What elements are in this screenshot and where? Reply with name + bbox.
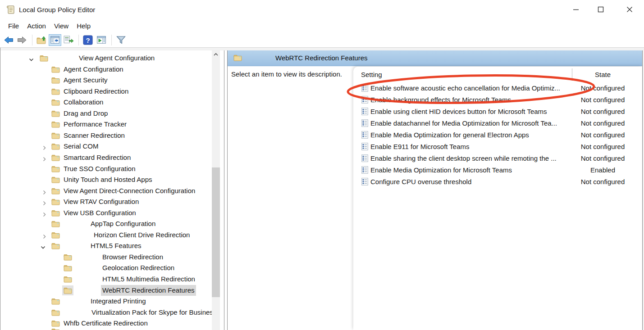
up-one-level-icon: [37, 36, 46, 44]
tree-item-label: View Agent Direct-Connection Configurati…: [62, 185, 196, 197]
help-button[interactable]: ?: [82, 34, 94, 46]
tree-item-label: Clipboard Redirection: [62, 86, 130, 97]
tree-item-html5-multimedia-redirection[interactable]: HTML5 Multimedia Redirection: [0, 274, 212, 285]
scrollbar-thumb[interactable]: [212, 167, 220, 297]
setting-name: Enable Media Optimization for general El…: [370, 129, 529, 141]
setting-row-configure-cpu-overuse-threshold[interactable]: Configure CPU overuse thresholdNot confi…: [353, 176, 642, 188]
tree-item-label: Smartcard Redirection: [62, 152, 132, 163]
folder-icon: [64, 276, 72, 283]
setting-name: Enable software acoustic echo cancellati…: [370, 82, 560, 94]
tree-item-label: Browser Redirection: [101, 252, 164, 263]
folder-icon: [64, 253, 72, 261]
policy-setting-icon: [361, 96, 368, 104]
filter-button[interactable]: [114, 34, 127, 46]
show-action-pane-button[interactable]: [95, 34, 108, 46]
chevron-right-icon[interactable]: [42, 199, 47, 204]
forward-button[interactable]: [16, 34, 28, 46]
tree-item-geolocation-redirection[interactable]: Geolocation Redirection: [0, 262, 212, 274]
setting-row-enable-using-client-hid-devices-button-f[interactable]: Enable using client HID devices button f…: [353, 106, 642, 118]
tree-item-collaboration[interactable]: Collaboration: [0, 97, 212, 108]
tree-item-true-sso-configuration[interactable]: True SSO Configuration: [0, 163, 212, 175]
forward-icon: [17, 36, 27, 44]
policy-setting-icon: [361, 84, 368, 92]
up-one-level-button[interactable]: [35, 34, 48, 46]
setting-name: Enable sharing the client desktop screen…: [370, 153, 557, 164]
maximize-button[interactable]: [594, 4, 607, 15]
tree-item-label: Integrated Printing: [89, 296, 147, 307]
toolbar: ?: [0, 32, 644, 48]
back-button[interactable]: [2, 34, 15, 46]
tree-item-view-agent-direct-connection-configuration[interactable]: View Agent Direct-Connection Configurati…: [0, 185, 212, 197]
setting-state: Not configured: [572, 94, 634, 106]
chevron-down-icon[interactable]: [29, 56, 34, 61]
chevron-right-icon[interactable]: [42, 189, 47, 194]
tree-item-label: View RTAV Configuration: [62, 196, 140, 208]
tree-item-apptap-configuration[interactable]: AppTap Configuration: [0, 218, 212, 230]
toolbar-separator: [32, 35, 32, 45]
tree-item-scanner-redirection[interactable]: Scanner Redirection: [0, 130, 212, 141]
chevron-right-icon[interactable]: [42, 144, 47, 149]
tree-item-view-usb-configuration[interactable]: View USB Configuration: [0, 208, 212, 219]
menu-item-file[interactable]: File: [4, 20, 23, 32]
menu-item-view[interactable]: View: [50, 20, 73, 32]
setting-row-enable-datachannel-for-media-optimizatio[interactable]: Enable datachannel for Media Optimizatio…: [353, 118, 642, 129]
tree-item-serial-com[interactable]: Serial COM: [0, 141, 212, 152]
folder-icon: [51, 165, 60, 172]
folder-icon: [51, 154, 60, 161]
chevron-right-icon[interactable]: [42, 233, 47, 238]
tree-item-browser-redirection[interactable]: Browser Redirection: [0, 252, 212, 263]
tree-item-clipboard-redirection[interactable]: Clipboard Redirection: [0, 86, 212, 97]
tree-item-label: Virtualization Pack for Skype for Busine…: [90, 307, 218, 318]
tree-item-label: Agent Security: [62, 75, 109, 86]
setting-state: Not configured: [572, 176, 634, 188]
filter-icon: [116, 36, 126, 45]
policy-setting-icon: [361, 108, 368, 115]
chevron-down-icon[interactable]: [41, 244, 46, 249]
tree-item-agent-security[interactable]: Agent Security: [0, 75, 212, 86]
chevron-right-icon[interactable]: [42, 155, 47, 160]
tree-item-horizon-client-drive-redirection[interactable]: Horizon Client Drive Redirection: [0, 230, 212, 241]
chevron-right-icon[interactable]: [42, 211, 47, 216]
column-header-state[interactable]: State: [572, 67, 634, 82]
setting-row-enable-media-optimization-for-general-el[interactable]: Enable Media Optimization for general El…: [353, 129, 642, 141]
scrollbar-up-arrow-icon[interactable]: [212, 50, 220, 59]
close-button[interactable]: [623, 4, 636, 15]
folder-icon: [51, 176, 60, 183]
setting-state: Enabled: [572, 164, 634, 176]
setting-name: Enable background effects for Microsoft …: [370, 94, 511, 106]
export-list-button[interactable]: [62, 34, 75, 46]
tree-item-label: Drag and Drop: [62, 108, 109, 119]
tree-item-webrtc-redirection-features[interactable]: WebRTC Redirection Features: [0, 285, 212, 296]
tree-item-performance-tracker[interactable]: Performance Tracker: [0, 119, 212, 130]
tree-item-virtualization-pack-for-skype-for-business[interactable]: Virtualization Pack for Skype for Busine…: [0, 307, 212, 318]
setting-row-enable-background-effects-for-microsoft-[interactable]: Enable background effects for Microsoft …: [353, 94, 642, 106]
tree-item-view-agent-configuration[interactable]: View Agent Configuration: [0, 53, 212, 64]
policy-setting-icon: [361, 166, 368, 174]
tree-item-drag-and-drop[interactable]: Drag and Drop: [0, 108, 212, 119]
folder-icon: [51, 88, 60, 95]
setting-row-enable-media-optimization-for-microsoft-[interactable]: Enable Media Optimization for Microsoft …: [353, 164, 642, 176]
tree-item-label: Horizon Client Drive Redirection: [92, 230, 191, 241]
tree-item-view-rtav-configuration[interactable]: View RTAV Configuration: [0, 196, 212, 208]
setting-row-enable-e911-for-microsoft-teams[interactable]: Enable E911 for Microsoft TeamsNot confi…: [353, 141, 642, 153]
folder-icon: [51, 309, 60, 316]
menu-item-action[interactable]: Action: [23, 20, 50, 32]
tree-item-integrated-printing[interactable]: Integrated Printing: [0, 296, 212, 307]
tree-item-smartcard-redirection[interactable]: Smartcard Redirection: [0, 152, 212, 163]
tree-item-label: Scanner Redirection: [62, 130, 126, 141]
tree-scrollbar[interactable]: [212, 50, 220, 330]
setting-row-enable-software-acoustic-echo-cancellati[interactable]: Enable software acoustic echo cancellati…: [353, 82, 642, 94]
tree-item-partial[interactable]: [0, 326, 212, 330]
tree-item-html5-features[interactable]: HTML5 Features: [0, 240, 212, 252]
menu-item-help[interactable]: Help: [73, 20, 95, 32]
pane-splitter[interactable]: [224, 50, 228, 330]
show-console-tree-button[interactable]: [49, 34, 61, 46]
tree-item-label: View USB Configuration: [62, 208, 137, 219]
folder-icon: [40, 54, 48, 62]
minimize-button[interactable]: [569, 4, 583, 15]
tree-item-unity-touch-and-hosted-apps[interactable]: Unity Touch and Hosted Apps: [0, 174, 212, 185]
tree-item-agent-configuration[interactable]: Agent Configuration: [0, 64, 212, 75]
setting-row-enable-sharing-the-client-desktop-screen[interactable]: Enable sharing the client desktop screen…: [353, 153, 642, 164]
folder-icon: [51, 66, 60, 73]
column-header-setting[interactable]: Setting: [361, 67, 382, 82]
